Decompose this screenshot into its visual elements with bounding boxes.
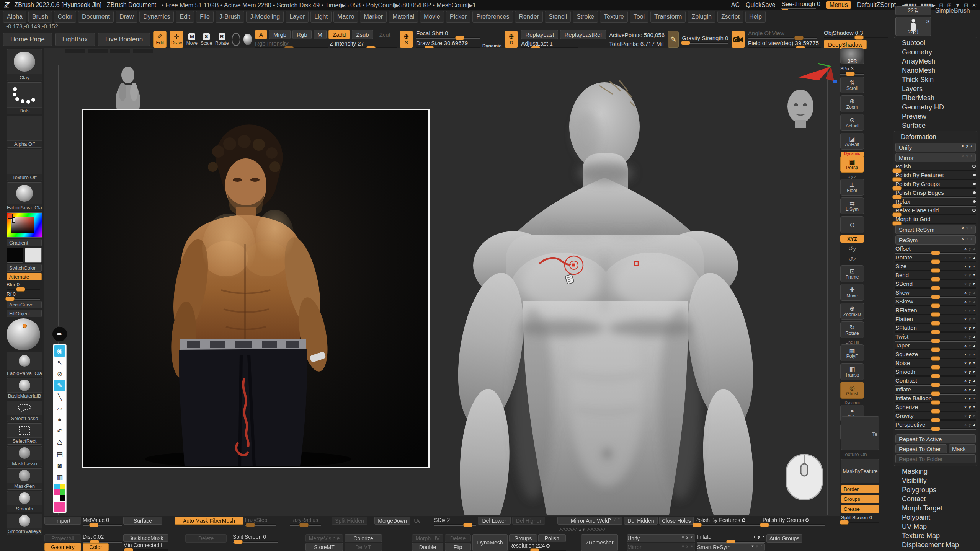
section-layers[interactable]: Layers [892, 84, 979, 93]
rotate-z-button[interactable]: ↺z [840, 255, 864, 263]
mergedown-button[interactable]: MergeDown [374, 517, 410, 525]
zcut-button[interactable]: Zcut [375, 30, 395, 39]
xyz-axis-toggle[interactable]: x y z [964, 326, 976, 330]
taper-slider[interactable]: Taperx y z [895, 342, 976, 350]
focal-shift-slider[interactable]: Focal Shift 0 [416, 30, 480, 39]
lightbox-button[interactable]: LightBox [55, 33, 95, 46]
simple-brush-label[interactable]: SimpleBrush [935, 7, 970, 14]
move-mode-button[interactable]: M Move [186, 33, 198, 46]
line-icon[interactable]: ╲ [54, 391, 65, 403]
camera-icon[interactable]: ◙ [54, 460, 65, 471]
menu-brush[interactable]: Brush [28, 11, 52, 23]
move-button[interactable]: ✚Move [840, 284, 864, 301]
menu-render[interactable]: Render [515, 11, 542, 23]
section-morph-target[interactable]: Morph Target [892, 504, 979, 513]
xyz-axis-toggle[interactable]: x y z [753, 534, 765, 540]
menu-stroke[interactable]: Stroke [573, 11, 598, 23]
xyz-axis-toggle[interactable]: x y z [964, 396, 976, 400]
menu-stencil[interactable]: Stencil [545, 11, 571, 23]
mirror-button[interactable]: Mirrorx y z [895, 153, 976, 162]
tool-slot-button[interactable]: 22강 [895, 6, 931, 15]
stroke-settings-button[interactable]: ⊕ S [400, 31, 413, 48]
timer-off-icon[interactable]: ⊘ [54, 368, 65, 380]
menu-j-modeling[interactable]: J-Modeling [246, 11, 284, 23]
xyz-axis-toggle[interactable]: x y z [964, 291, 976, 295]
active-color-swatch[interactable] [54, 502, 65, 512]
morph-uv-button[interactable]: Morph UV [412, 534, 443, 542]
current-stroke-thumbnail[interactable]: Dots [7, 82, 42, 114]
rf-slider[interactable]: Rf 0 [7, 291, 40, 300]
rgb-intensity-slider[interactable]: Rgb Intensity [255, 41, 328, 49]
skew-slider[interactable]: Skewx y z [895, 289, 976, 298]
auto-mask-fibermesh-button[interactable]: Auto Mask FiberMesh [175, 517, 243, 525]
xyz-axis-toggle[interactable]: x y z [964, 335, 976, 339]
adjust-last-slider[interactable]: AdjustLast 1 [521, 41, 578, 49]
slider-mode-dot[interactable] [973, 183, 976, 185]
xyz-axis-toggle[interactable]: x y z [964, 423, 976, 427]
undo-icon[interactable]: ↶ [54, 425, 65, 437]
menu-texture[interactable]: Texture [600, 11, 627, 23]
current-brush-thumbnail[interactable]: Clay [7, 49, 42, 81]
section-nanomesh[interactable]: NanoMesh [892, 66, 979, 75]
xyz-axis-toggle[interactable]: x y z [964, 308, 976, 312]
perspective-slider[interactable]: Perspectivex y z [895, 421, 976, 430]
menu-help[interactable]: Help [745, 11, 766, 23]
resolution-224-slider[interactable]: Resolution 224 [509, 543, 566, 551]
rotate-mode-button[interactable]: R Rotate [215, 33, 229, 46]
section-geometry[interactable]: Geometry [892, 47, 979, 57]
menu-picker[interactable]: Picker [446, 11, 470, 23]
polish-by-features-slider[interactable]: Polish By Features [895, 172, 976, 180]
section-thick-skin[interactable]: Thick Skin [892, 75, 979, 84]
xyz-axis-toggle[interactable]: x y z [962, 154, 973, 158]
slider-mode-dot[interactable] [742, 518, 745, 522]
sdiv-expander[interactable]: ▲▼ [559, 527, 605, 532]
mrgb-button[interactable]: Mrgb [269, 30, 291, 39]
slider-mode-dot[interactable] [972, 209, 976, 212]
import-button[interactable]: Import [44, 517, 81, 525]
rgb-button[interactable]: Rgb [292, 30, 312, 39]
dynamic-label[interactable]: Dynamic [482, 43, 501, 49]
resym-button[interactable]: ReSymx y z [895, 235, 976, 245]
actual-button[interactable]: ⊙Actual [840, 114, 864, 131]
morph-to-grid-slider[interactable]: Morph to Grid [895, 216, 976, 224]
xyz-axis-toggle[interactable]: x y z [964, 414, 976, 418]
rotate-button[interactable]: ↻Rotate [840, 321, 864, 338]
sbend-slider[interactable]: SBendx y z [895, 280, 976, 289]
xyz-axis-toggle[interactable]: x y z [682, 535, 693, 539]
projectall-button[interactable]: ProjectAll [44, 534, 81, 542]
see-through-slider[interactable]: See-through 0 [781, 1, 820, 9]
paint-a-button[interactable]: A [255, 30, 267, 39]
bend-slider[interactable]: Bendx y z [895, 272, 976, 280]
persp-button[interactable]: ▦Persp [840, 156, 864, 173]
color-button[interactable]: Color [83, 543, 109, 551]
dynamic-brush-button[interactable]: ⊕ D [505, 31, 518, 48]
menu-draw[interactable]: Draw [116, 11, 137, 23]
floor-button[interactable]: ⊥Floor [840, 179, 864, 196]
close-holes-button[interactable]: Close Holes [659, 517, 694, 525]
polish-crisp-edges-slider[interactable]: Polish Crisp Edges [895, 189, 976, 198]
menu-marker[interactable]: Marker [360, 11, 387, 23]
dist-0-02-slider[interactable]: Dist 0.02 [83, 534, 122, 543]
scroll-button[interactable]: ⇅Scroll [840, 77, 864, 93]
bpr-render-button[interactable]: BPR [840, 48, 864, 64]
delete-button[interactable]: Delete [445, 534, 471, 542]
draw-mode-button[interactable]: ✛ Draw [170, 31, 183, 48]
eye-icon[interactable]: ◉ [54, 345, 65, 357]
material-preview-icon[interactable] [243, 34, 252, 45]
offset-slider[interactable]: Offsetx y z [895, 245, 976, 254]
del-hidden-button[interactable]: Del Hidden [624, 517, 658, 525]
groups-button[interactable]: Groups [509, 534, 537, 542]
section-preview[interactable]: Preview [892, 112, 979, 121]
zoom-button[interactable]: ⊕Zoom [840, 95, 864, 112]
draw-size-slider[interactable]: Draw Size 30.69679 [416, 40, 480, 49]
angle-of-view-slider[interactable]: Angle Of View [748, 30, 817, 39]
menu-zscript[interactable]: Zscript [717, 11, 743, 23]
xyz-axis-toggle[interactable]: x y z [964, 264, 976, 268]
slider-mode-dot[interactable] [973, 191, 976, 194]
repeat-to-folder-button[interactable]: Repeat To Folder [895, 454, 976, 463]
xyz-axis-toggle[interactable]: x y z [964, 256, 976, 259]
fill-object-button[interactable]: FillObject [7, 310, 42, 317]
squeeze-slider[interactable]: Squeezex y z [895, 351, 976, 359]
geometry-button[interactable]: Geometry [44, 543, 81, 551]
obj-shadow-slider[interactable]: ObjShadow 0.3 [824, 30, 888, 38]
